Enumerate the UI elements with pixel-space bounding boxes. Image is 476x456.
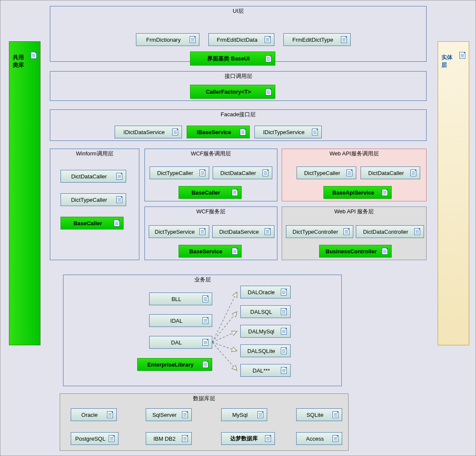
node-apicall-baseapiservice: BaseApiService [323,186,392,199]
winform-call-title: Winform调用层 [50,149,139,158]
node-apicall-dicttypecaller: DictTypeCaller [297,166,356,179]
node-label: DictTypeController [290,229,341,235]
document-icon [31,52,37,59]
entity-layer-panel: 实体层 [438,41,469,345]
document-icon [182,435,188,442]
node-frmeditdictdata: FrmEditDictData [208,33,274,46]
document-icon [332,411,338,418]
node-idal: IDAL [149,314,212,327]
node-apicall-dictdatacaller: DictDataCaller [361,166,420,179]
node-label: IDAL [153,318,200,324]
node-ibaseservice: IBaseService [187,126,250,138]
document-icon [265,89,271,95]
document-icon [341,36,347,43]
wcf-srv-title: WCF服务层 [145,207,277,215]
document-icon [199,169,205,176]
node-label: BaseService [182,248,229,255]
document-icon [265,228,271,235]
document-icon [190,36,196,43]
node-dalmysql: DALMySql [240,325,291,338]
node-label: DictDataService [216,229,262,235]
node-label: EnterpriseLibrary [141,361,200,368]
node-label: DictDataCaller [364,170,408,176]
node-label: DictDataCaller [216,170,260,176]
node-win-dicttypecaller: DictTypeCaller [61,193,126,206]
ui-layer-title: UI层 [50,6,426,15]
node-label: DAL*** [244,367,278,374]
document-icon [382,248,388,255]
node-label: IBM DB2 [150,436,179,442]
node-sqlserver: SqlServer [146,408,192,421]
document-icon [263,169,268,176]
node-wcfcall-dicttypecaller: DictTypeCaller [150,166,209,179]
node-label: BaseApiService [327,189,379,196]
node-sqlite: SQLite [296,408,342,421]
node-wcfsrv-baseservice: BaseService [179,245,242,258]
node-dal: DAL [149,336,212,349]
document-icon [281,367,287,374]
node-label: FrmDictionary [140,37,187,43]
node-idicttypeservice: IDictTypeService [254,126,322,138]
document-icon [172,129,178,135]
node-dalsqlite: DALSQLite [240,344,291,357]
node-label: MySql [225,412,255,418]
document-icon [257,411,263,418]
document-icon [281,347,287,354]
document-icon [281,308,287,315]
node-label: SqlServer [150,412,179,418]
document-icon [232,248,238,255]
document-icon [114,220,120,227]
node-wcfsrv-dictdataservice: DictDataService [212,225,274,238]
node-label: DAL [153,339,200,346]
document-icon [109,435,115,442]
node-label: DictTypeCaller [64,197,114,203]
document-icon [116,196,122,203]
node-label: BaseCaller [64,220,111,227]
node-enterpriselibrary: EnterpriseLibrary [137,358,212,371]
node-access: Access [296,432,342,445]
node-dameng: 达梦数据库 [221,432,275,445]
document-icon [382,189,388,196]
node-mysql: MySql [221,408,267,421]
node-callerfactory: CallerFactory<T> [190,85,275,99]
node-label: PostgreSQL [75,436,106,442]
node-idictdataservice: IDictDataService [115,126,182,138]
document-icon [240,129,246,135]
node-label: DictDataCaller [64,173,114,180]
document-icon [265,435,271,442]
document-icon [202,295,208,302]
node-label: BLL [153,296,200,302]
document-icon [182,411,188,418]
node-win-basecaller: BaseCaller [61,217,124,229]
node-label: DALSQL [244,309,278,315]
document-icon [281,289,287,295]
node-label: BusinessController [323,248,379,255]
node-label: Oracle [75,412,104,418]
shared-lib-panel: 共用 类库 [9,41,40,345]
node-label: DALSQLite [244,348,278,354]
node-win-dictdatacaller: DictDataCaller [61,170,126,183]
node-ibmdb2: IBM DB2 [146,432,192,445]
document-icon [410,169,416,176]
node-label: IDictTypeService [258,129,309,135]
node-label: DALMySql [244,328,278,335]
node-frmeditdicttype: FrmEditDictType [283,33,351,46]
node-daloracle: DALOracle [240,286,291,298]
node-label: DictTypeCaller [153,170,197,176]
node-baseui: 界面基类 BaseUI [190,52,275,66]
document-icon [281,328,287,335]
node-label: 界面基类 BaseUI [194,55,263,63]
document-icon [232,189,238,196]
node-label: Access [300,436,330,442]
document-icon [265,55,271,62]
db-layer-title: 数据库层 [60,394,348,402]
node-label: DictTypeCaller [300,170,344,176]
node-dalsql: DALSQL [240,305,291,318]
document-icon [414,228,420,235]
node-label: SQLite [300,412,330,418]
node-dalstar: DAL*** [240,364,291,377]
document-icon [459,52,465,59]
node-postgresql: PostgreSQL [71,432,118,445]
webapi-srv-title: Web API 服务层 [282,207,426,215]
node-label: IDictDataService [118,129,170,135]
